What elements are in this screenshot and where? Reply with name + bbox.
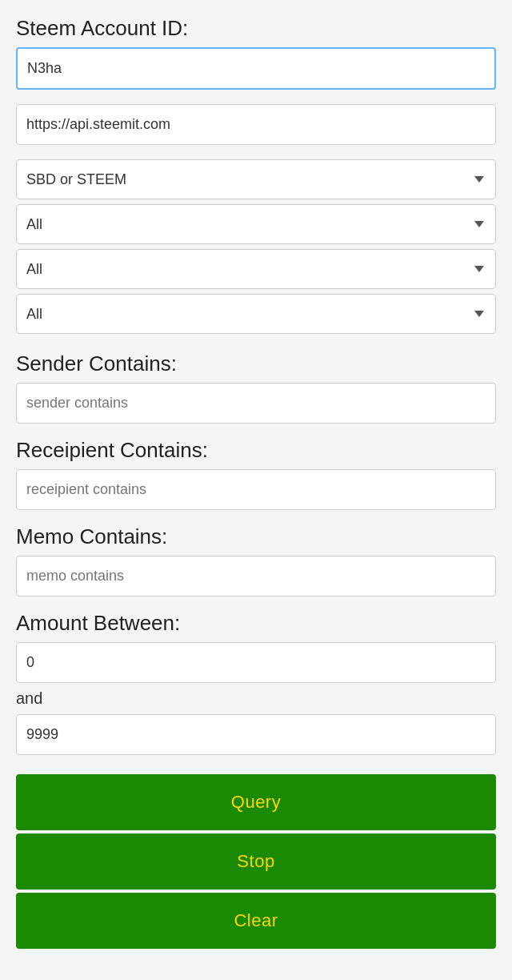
memo-section: Memo Contains:	[16, 524, 496, 596]
account-id-section: Steem Account ID:	[16, 16, 496, 90]
currency-select-wrapper: SBD or STEEM SBD STEEM	[16, 159, 496, 199]
recipient-input[interactable]	[16, 469, 496, 510]
memo-label: Memo Contains:	[16, 524, 496, 549]
currency-select[interactable]: SBD or STEEM SBD STEEM	[16, 159, 496, 199]
sender-label: Sender Contains:	[16, 351, 496, 376]
recipient-label: Receipient Contains:	[16, 438, 496, 463]
buttons-group: Query Stop Clear	[16, 774, 496, 952]
filter2-select[interactable]: All Transfers Power Up Power Down	[16, 249, 496, 289]
account-id-label: Steem Account ID:	[16, 16, 496, 41]
amount-min-input[interactable]	[16, 642, 496, 683]
recipient-section: Receipient Contains:	[16, 438, 496, 510]
account-id-input[interactable]	[16, 47, 496, 90]
filter1-select[interactable]: All Incoming Outgoing	[16, 204, 496, 244]
amount-section: Amount Between: and	[16, 611, 496, 755]
stop-button[interactable]: Stop	[16, 833, 496, 890]
clear-button[interactable]: Clear	[16, 893, 496, 949]
api-url-input[interactable]	[16, 104, 496, 145]
filter3-select[interactable]: All Option 1 Option 2	[16, 294, 496, 334]
filter1-select-wrapper: All Incoming Outgoing	[16, 204, 496, 244]
sender-input[interactable]	[16, 383, 496, 424]
filter2-select-wrapper: All Transfers Power Up Power Down	[16, 249, 496, 289]
amount-max-input[interactable]	[16, 714, 496, 755]
amount-label: Amount Between:	[16, 611, 496, 636]
filter3-select-wrapper: All Option 1 Option 2	[16, 294, 496, 334]
query-button[interactable]: Query	[16, 774, 496, 830]
memo-input[interactable]	[16, 556, 496, 596]
sender-section: Sender Contains:	[16, 351, 496, 424]
api-url-section	[16, 104, 496, 145]
dropdowns-section: SBD or STEEM SBD STEEM All Incoming Outg…	[16, 159, 496, 334]
and-label: and	[16, 689, 496, 708]
